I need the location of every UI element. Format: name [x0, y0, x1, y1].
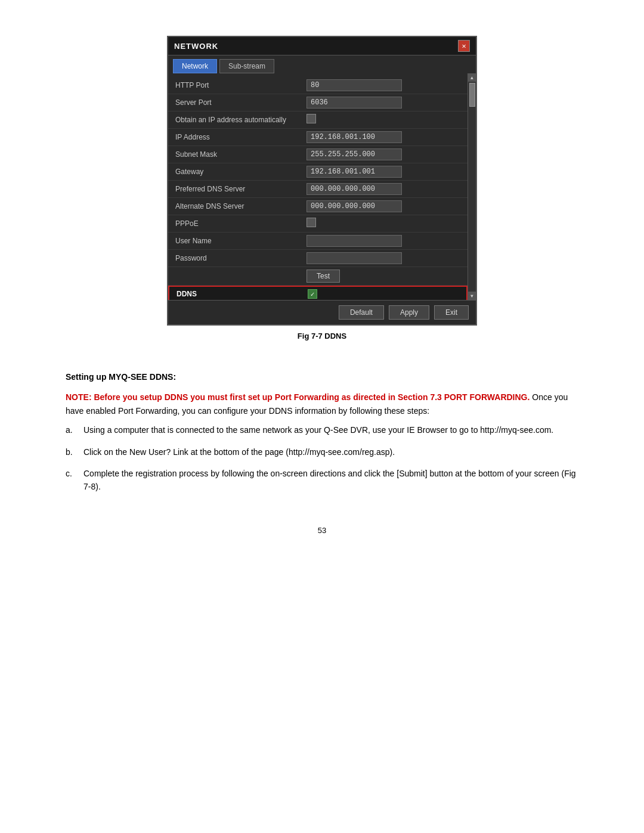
value-http-port [306, 79, 460, 91]
label-gateway: Gateway [175, 168, 306, 176]
step-content-a: Using a computer that is connected to th… [83, 423, 578, 436]
row-obtain-ip: Obtain an IP address automatically [168, 112, 467, 129]
value-gateway [306, 166, 460, 178]
step-label-c: c. [66, 467, 83, 494]
exit-button[interactable]: Exit [434, 305, 469, 320]
input-username[interactable] [306, 235, 402, 247]
dialog-titlebar: NETWORK ✕ [168, 37, 476, 55]
label-preferred-dns: Preferred DNS Server [175, 185, 306, 193]
label-obtain-ip: Obtain an IP address automatically [175, 116, 306, 124]
row-password: Password [168, 250, 467, 267]
step-content-c: Complete the registration process by fol… [83, 467, 578, 494]
checkbox-obtain-ip[interactable] [306, 114, 316, 123]
row-pppoe: PPPoE [168, 215, 467, 233]
dialog-body: HTTP Port Server Port Obta [168, 73, 476, 300]
test-button[interactable]: Test [306, 270, 340, 283]
input-preferred-dns[interactable] [306, 183, 402, 195]
label-ip-address: IP Address [175, 133, 306, 141]
input-gateway[interactable] [306, 166, 402, 178]
label-ddns: DDNS [177, 290, 308, 298]
label-server-port: Server Port [175, 98, 306, 107]
page-number: 53 [54, 526, 590, 535]
input-alternate-dns[interactable] [306, 200, 402, 212]
value-username [306, 235, 460, 247]
checkbox-ddns[interactable]: ✓ [308, 289, 317, 299]
value-ddns: ✓ [308, 289, 459, 299]
row-subnet-mask: Subnet Mask [168, 146, 467, 163]
value-password [306, 252, 460, 264]
list-item: a. Using a computer that is connected to… [66, 423, 578, 436]
input-subnet-mask[interactable] [306, 148, 402, 160]
dialog-title: NETWORK [174, 42, 218, 51]
scroll-up-arrow[interactable]: ▲ [468, 73, 476, 82]
page-content: NETWORK ✕ Network Sub-stream HTTP Port [54, 36, 590, 535]
body-text: Setting up MYQ-SEE DDNS: NOTE: Before yo… [66, 370, 578, 502]
value-preferred-dns [306, 183, 460, 195]
label-password: Password [175, 254, 306, 262]
input-server-port[interactable] [306, 97, 402, 109]
row-username: User Name [168, 233, 467, 250]
dialog-main: HTTP Port Server Port Obta [168, 73, 467, 300]
row-alternate-dns: Alternate DNS Server [168, 198, 467, 215]
default-button[interactable]: Default [339, 305, 384, 320]
value-server-port [306, 97, 460, 109]
tab-substream[interactable]: Sub-stream [219, 59, 274, 73]
list-item: b. Click on the New User? Link at the bo… [66, 445, 578, 459]
step-label-a: a. [66, 423, 83, 436]
step-content-b: Click on the New User? Link at the botto… [83, 445, 578, 459]
scrollbar: ▲ ▼ [467, 73, 476, 300]
value-test: Test [306, 270, 460, 283]
row-ddns: DDNS ✓ [168, 286, 467, 300]
network-dialog: NETWORK ✕ Network Sub-stream HTTP Port [167, 36, 477, 326]
row-preferred-dns: Preferred DNS Server [168, 181, 467, 198]
dialog-tabs: Network Sub-stream [168, 55, 476, 73]
row-server-port: Server Port [168, 94, 467, 112]
label-pppoe: PPPoE [175, 219, 306, 228]
row-gateway: Gateway [168, 163, 467, 181]
apply-button[interactable]: Apply [389, 305, 429, 320]
scroll-down-arrow[interactable]: ▼ [468, 292, 476, 300]
steps-list: a. Using a computer that is connected to… [66, 423, 578, 494]
note-red-text: NOTE: Before you setup DDNS you must fir… [66, 392, 530, 402]
section-heading: Setting up MYQ-SEE DDNS: [66, 370, 578, 383]
value-pppoe [306, 218, 460, 230]
row-http-port: HTTP Port [168, 77, 467, 94]
input-http-port[interactable] [306, 79, 402, 91]
label-subnet-mask: Subnet Mask [175, 150, 306, 159]
input-password[interactable] [306, 252, 402, 264]
label-alternate-dns: Alternate DNS Server [175, 202, 306, 210]
note-paragraph: NOTE: Before you setup DDNS you must fir… [66, 391, 578, 417]
dialog-wrapper: NETWORK ✕ Network Sub-stream HTTP Port [54, 36, 590, 340]
value-alternate-dns [306, 200, 460, 212]
value-subnet-mask [306, 148, 460, 160]
label-http-port: HTTP Port [175, 81, 306, 89]
close-button[interactable]: ✕ [458, 40, 470, 52]
step-label-b: b. [66, 445, 83, 459]
list-item: c. Complete the registration process by … [66, 467, 578, 494]
row-ip-address: IP Address [168, 129, 467, 146]
label-username: User Name [175, 237, 306, 245]
value-obtain-ip [306, 114, 460, 126]
input-ip-address[interactable] [306, 131, 402, 143]
value-ip-address [306, 131, 460, 143]
checkbox-pppoe[interactable] [306, 218, 316, 227]
figure-caption: Fig 7-7 DDNS [298, 332, 346, 340]
tab-network[interactable]: Network [173, 59, 217, 73]
dialog-footer: Default Apply Exit [168, 300, 476, 324]
row-test: Test [168, 267, 467, 286]
scroll-thumb[interactable] [469, 83, 475, 107]
